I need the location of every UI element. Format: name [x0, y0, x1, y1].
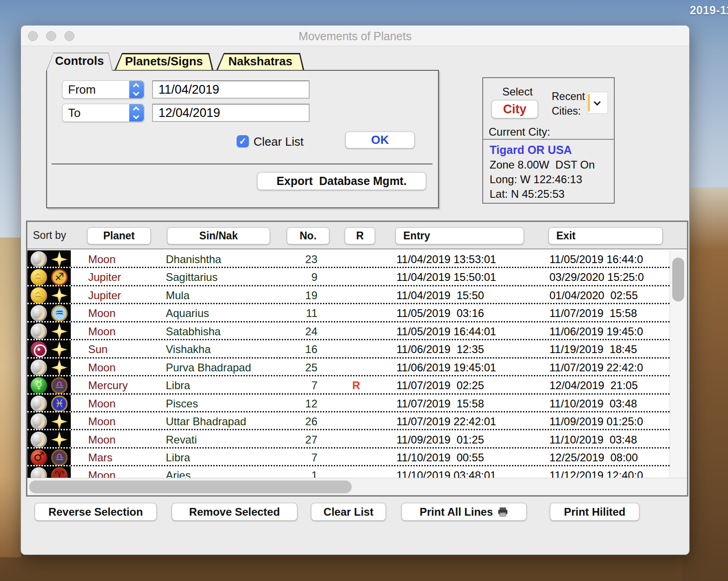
table-row[interactable]: MoonRevati2711/09/2019 01:2511/10/2019 0… — [27, 431, 670, 449]
export-database-mgmt-button[interactable]: Export Database Mgmt. — [257, 172, 426, 190]
no-cell: 23 — [280, 250, 317, 268]
mars-icon: ♂ — [31, 449, 47, 466]
clear-list-checkbox[interactable]: ✓ — [237, 135, 249, 148]
current-city-name: Tigard OR USA — [490, 143, 572, 157]
chevron-up-icon — [133, 106, 139, 113]
planet-cell: Moon — [88, 395, 116, 412]
select-label: Select — [492, 85, 543, 98]
no-cell: 11 — [280, 304, 317, 322]
controls-panel: From 11/04/2019 To 12/04/2019 ✓ Clear Li… — [46, 70, 439, 208]
pisces-icon: ♓ — [51, 396, 68, 412]
sort-entry-button[interactable]: Entry — [396, 227, 524, 244]
moon-icon — [31, 359, 47, 376]
vertical-scrollbar[interactable] — [670, 250, 687, 479]
entry-cell: 11/06/2019 12:35 — [396, 340, 484, 358]
sort-sin-nak-button[interactable]: Sin/Nak — [167, 227, 270, 244]
no-cell: 27 — [280, 431, 317, 449]
entry-cell: 11/09/2019 01:25 — [396, 431, 484, 449]
from-date-field[interactable]: 11/04/2019 — [152, 80, 310, 99]
tab-nakshatras[interactable]: Nakshatras — [216, 53, 304, 70]
entry-cell: 11/06/2019 19:45:01 — [396, 359, 496, 376]
exit-cell: 11/06/2019 19:45:0 — [549, 322, 643, 340]
sort-r-button[interactable]: R — [345, 227, 375, 244]
aquarius-icon: ♒ — [51, 305, 68, 322]
moon-icon — [31, 251, 47, 268]
table-row[interactable]: ♂♎MarsLibra711/10/2019 00:5512/25/2019 0… — [27, 449, 670, 466]
city-longitude: Long: W 122:46:13 — [490, 173, 582, 186]
planet-cell: Moon — [88, 466, 116, 479]
planet-cell: Mars — [88, 449, 112, 466]
exit-cell: 11/19/2019 18:45 — [549, 340, 637, 358]
table-row[interactable]: ☿♎MercuryLibra7R11/07/2019 02:2512/04/20… — [27, 376, 670, 394]
star-icon — [51, 359, 68, 376]
exit-cell: 11/09/2019 01:25:0 — [549, 412, 643, 430]
print-hilited-button[interactable]: Print Hilited — [550, 503, 639, 521]
sin-nak-cell: Uttar Bhadrapad — [166, 412, 246, 430]
printer-icon — [497, 507, 508, 517]
print-all-lines-button[interactable]: Print All Lines — [401, 503, 527, 521]
to-popup[interactable]: To — [62, 104, 144, 122]
table-row[interactable]: MoonSatabhisha2411/05/2019 16:44:0111/06… — [27, 322, 670, 340]
stepper-icon[interactable] — [129, 81, 144, 98]
tab-controls[interactable]: Controls — [46, 53, 113, 71]
horizontal-scrollbar-thumb[interactable] — [29, 481, 352, 493]
sin-nak-cell: Revati — [166, 431, 197, 449]
remove-selected-button[interactable]: Remove Selected — [172, 503, 297, 521]
table-row[interactable]: ♃♐JupiterSagittarius911/04/2019 15:50:01… — [27, 268, 670, 286]
entry-cell: 11/05/2019 03:16 — [396, 304, 484, 322]
from-popup[interactable]: From — [62, 80, 144, 99]
sin-nak-cell: Aquarius — [166, 304, 209, 322]
horizontal-scrollbar[interactable] — [27, 478, 687, 495]
jupiter-icon: ♃ — [31, 287, 47, 304]
moon-icon — [31, 305, 47, 322]
sin-nak-cell: Mula — [166, 286, 190, 304]
exit-cell: 12/04/2019 21:05 — [549, 376, 638, 394]
table-row[interactable]: MoonPurva Bhadrapad2511/06/2019 19:45:01… — [27, 359, 670, 376]
stepper-icon[interactable] — [129, 104, 144, 121]
libra-icon: ♎ — [51, 449, 68, 466]
chevron-up-icon — [133, 83, 139, 90]
table-row[interactable]: ♈MoonAries111/10/2019 03:48:0111/12/2019… — [27, 466, 670, 479]
entry-cell: 11/04/2019 15:50:01 — [396, 268, 496, 286]
city-latitude: Lat: N 45:25:53 — [490, 188, 564, 201]
no-cell: 16 — [280, 340, 317, 358]
exit-cell: 03/29/2020 15:25:0 — [549, 268, 644, 286]
ok-button[interactable]: OK — [345, 132, 415, 148]
vertical-scrollbar-thumb[interactable] — [672, 258, 684, 301]
current-city-label: Current City: — [489, 126, 550, 138]
planet-cell: Jupiter — [88, 286, 121, 304]
exit-cell: 11/07/2019 22:42:0 — [549, 359, 643, 376]
city-zone: Zone 8.00W DST On — [490, 158, 595, 171]
no-cell: 7 — [280, 449, 317, 466]
table-row[interactable]: MoonDhanishtha2311/04/2019 13:53:0111/05… — [27, 250, 670, 268]
table-row[interactable]: SunVishakha1611/06/2019 12:3511/19/2019 … — [27, 340, 670, 358]
exit-cell: 12/25/2019 08:00 — [549, 449, 638, 466]
table-row[interactable]: MoonUttar Bhadrapad2611/07/2019 22:42:01… — [27, 412, 670, 430]
jupiter-icon: ♃ — [31, 269, 47, 285]
star-icon — [51, 413, 68, 430]
sin-nak-cell: Purva Bhadrapad — [166, 359, 251, 376]
moon-icon — [31, 432, 47, 448]
recent-cities-dropdown[interactable] — [587, 92, 608, 114]
recent-cities-label: Recent — [552, 90, 585, 103]
dropdown-accent-bar — [588, 94, 590, 111]
reverse-selection-button[interactable]: Reverse Selection — [35, 503, 157, 521]
sagittarius-icon: ♐ — [51, 269, 68, 285]
entry-cell: 11/04/2019 13:53:01 — [396, 250, 496, 268]
city-panel: Select City Recent Cities: Current City:… — [482, 77, 615, 204]
table-row[interactable]: ♃JupiterMula1911/04/2019 15:5001/04/2020… — [27, 286, 670, 304]
clear-list-button[interactable]: Clear List — [311, 503, 386, 521]
no-cell: 19 — [280, 286, 317, 304]
libra-icon: ♎ — [51, 377, 68, 394]
select-city-button[interactable]: City — [491, 100, 538, 118]
sort-exit-button[interactable]: Exit — [549, 227, 663, 244]
sort-no-button[interactable]: No. — [287, 227, 329, 244]
mercury-icon: ☿ — [31, 377, 47, 394]
table-row[interactable]: ♓MoonPisces1211/07/2019 15:5811/10/2019 … — [27, 395, 670, 412]
sort-planet-button[interactable]: Planet — [87, 227, 151, 244]
table-row[interactable]: ♒MoonAquarius1111/05/2019 03:1611/07/201… — [27, 304, 670, 322]
window-title: Movements of Planets — [21, 30, 689, 43]
tab-controls-label: Controls — [46, 53, 113, 71]
tab-planets-signs[interactable]: Planets/Signs — [115, 53, 213, 70]
to-date-field[interactable]: 12/04/2019 — [152, 104, 310, 122]
